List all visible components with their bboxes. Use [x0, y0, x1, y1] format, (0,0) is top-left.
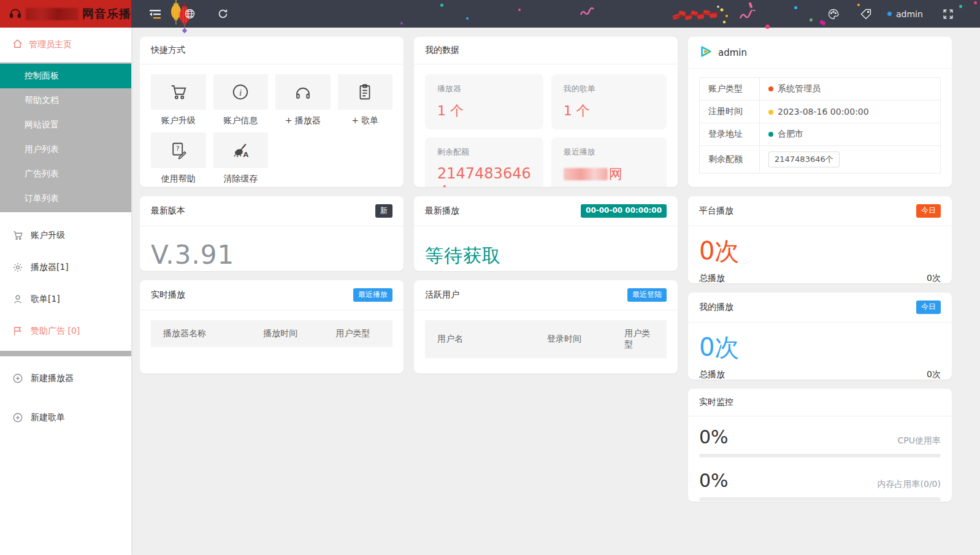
platform-play-card: 平台播放 今日 0次 总播放 0次 — [688, 196, 952, 283]
logo-text: 网音乐播 — [82, 6, 131, 22]
language-globe-icon[interactable] — [182, 0, 197, 28]
status-dot — [768, 132, 773, 137]
card-title: 活跃用户 — [425, 289, 459, 300]
sidebar-item-admin-home[interactable]: 管理员主页 — [0, 28, 131, 63]
monitor-card: 实时监控 0% CPU使用率 0% 内存占用率(0/0) — [688, 389, 952, 502]
top-navbar: 网音乐播 — [0, 0, 980, 28]
cpu-usage-value: 0% — [699, 426, 729, 448]
confetti-dot — [765, 25, 770, 29]
shortcut-label: 使用帮助 — [161, 174, 196, 185]
streamer-decoration — [739, 10, 760, 25]
new-badge: 新 — [375, 204, 392, 218]
stat-tile-players: 播放器 1 个 — [425, 74, 543, 129]
table-header: 用户类型 — [330, 320, 392, 347]
shortcut-clear-cache[interactable]: A 清除缓存 — [213, 132, 269, 185]
user-icon — [12, 294, 23, 305]
collapse-menu-icon[interactable] — [147, 0, 163, 28]
table-row: 剩余配额 2147483646个 — [700, 146, 941, 174]
info-value: 系统管理员 — [778, 83, 821, 93]
today-badge[interactable]: 今日 — [916, 300, 941, 314]
shortcut-account-upgrade[interactable]: 账户升级 — [151, 74, 206, 126]
info-label: 登录地址 — [700, 123, 760, 146]
cart-icon — [151, 74, 206, 110]
sidebar-item-new-player[interactable]: 新建播放器 — [0, 362, 131, 394]
confetti-dot — [440, 4, 443, 7]
shortcut-add-playlist[interactable]: + 歌单 — [338, 74, 393, 126]
recent-login-badge[interactable]: 最近登陆 — [627, 288, 667, 302]
sidebar-item-label: 账户升级 — [31, 230, 65, 241]
realtime-play-card: 实时播放 最近播放 播放器名称 播放时间 用户类型 — [140, 280, 404, 373]
table-header: 用户类型 — [618, 320, 667, 358]
sidebar-item-site-settings[interactable]: 网站设置 — [0, 113, 131, 137]
card-title: 我的播放 — [699, 302, 733, 313]
total-play-label: 总播放 — [699, 369, 725, 380]
fullscreen-icon[interactable] — [940, 0, 957, 28]
version-value: V.3.91 — [140, 226, 404, 271]
app-logo[interactable]: 网音乐播 — [0, 0, 131, 28]
sidebar-item-playlists[interactable]: 歌单[1] — [0, 283, 131, 315]
shortcut-label: + 播放器 — [285, 115, 321, 126]
shortcut-label: + 歌单 — [351, 115, 378, 126]
theme-palette-icon[interactable] — [825, 0, 842, 28]
confetti-dot — [794, 6, 797, 9]
confetti-dot — [400, 22, 403, 25]
status-dot — [768, 110, 773, 115]
refresh-icon[interactable] — [215, 0, 231, 28]
sidebar-item-help-docs[interactable]: 帮助文档 — [0, 88, 131, 113]
platform-play-value: 0次 — [688, 226, 952, 264]
table-row: 注册时间 2023-08-16 00:00:00 — [700, 101, 941, 123]
shortcut-account-info[interactable]: i 账户信息 — [213, 74, 269, 126]
sidebar-submenu: 控制面板 帮助文档 网站设置 用户列表 广告列表 订单列表 — [0, 63, 131, 212]
sidebar-item-dashboard[interactable]: 控制面板 — [0, 64, 131, 88]
table-header: 播放器名称 — [151, 320, 257, 347]
sidebar-item-players[interactable]: 播放器[1] — [0, 251, 131, 283]
card-title: 我的数据 — [425, 45, 459, 56]
cpu-usage-label: CPU使用率 — [898, 435, 941, 446]
info-label: 账户类型 — [700, 78, 760, 101]
sidebar-item-account-upgrade[interactable]: 账户升级 — [0, 220, 131, 251]
shortcut-help[interactable]: ? 使用帮助 — [151, 132, 206, 185]
sidebar-item-order-list[interactable]: 订单列表 — [0, 186, 131, 211]
shortcut-label: 账户升级 — [161, 115, 196, 126]
latest-play-card: 最新播放 00-00-00 00:00:00 等待获取 — [414, 196, 678, 271]
table-row: 登录地址 合肥市 — [700, 123, 941, 146]
sidebar-item-user-list[interactable]: 用户列表 — [0, 137, 131, 162]
sidebar-item-sponsor-ads[interactable]: 赞助广告 [0] — [0, 315, 131, 347]
flag-icon — [12, 326, 23, 337]
stat-label: 最近播放 — [564, 147, 654, 158]
admin-info-table: 账户类型 系统管理员 注册时间 2023-08-16 00:00:00 登录地址… — [699, 77, 941, 174]
shortcut-add-player[interactable]: + 播放器 — [275, 74, 331, 126]
memory-progress-bar — [699, 497, 941, 501]
sidebar-item-label: 播放器[1] — [31, 262, 69, 273]
recent-play-badge[interactable]: 最近播放 — [353, 288, 392, 302]
online-status-dot — [887, 12, 892, 16]
card-title: 实时监控 — [699, 397, 733, 408]
sidebar-item-new-playlist[interactable]: 新建歌单 — [0, 402, 131, 434]
streamer-decoration-2 — [580, 7, 595, 20]
redacted-text — [564, 168, 608, 180]
shortcut-label: 清除缓存 — [223, 174, 258, 185]
user-menu[interactable]: admin — [887, 0, 923, 28]
sidebar-item-ad-list[interactable]: 广告列表 — [0, 162, 131, 186]
plus-circle-icon — [12, 373, 23, 384]
today-badge[interactable]: 今日 — [916, 204, 941, 218]
headphone-logo-icon — [9, 6, 22, 21]
info-value: 合肥市 — [778, 129, 803, 139]
cart-icon — [12, 230, 23, 241]
tag-icon[interactable] — [857, 0, 875, 28]
stat-value: 1 个 — [564, 102, 654, 120]
player-logo-icon — [699, 45, 713, 60]
stat-tile-quota: 剩余配额 2147483646 个 — [425, 137, 543, 187]
confetti-dot — [974, 1, 977, 4]
svg-text:i: i — [239, 88, 242, 98]
clipboard-icon — [338, 74, 393, 110]
cpu-progress-bar — [699, 454, 941, 457]
latest-play-value: 等待获取 — [414, 226, 678, 271]
my-play-card: 我的播放 今日 0次 总播放 0次 — [688, 293, 952, 380]
memory-usage-value: 0% — [699, 470, 729, 491]
home-icon — [12, 39, 23, 51]
active-users-card: 活跃用户 最近登陆 用户名 登录时间 用户类型 — [414, 280, 678, 373]
stat-label: 剩余配额 — [437, 147, 531, 158]
table-header: 播放时间 — [257, 320, 329, 347]
realtime-play-table: 播放器名称 播放时间 用户类型 — [151, 320, 392, 347]
